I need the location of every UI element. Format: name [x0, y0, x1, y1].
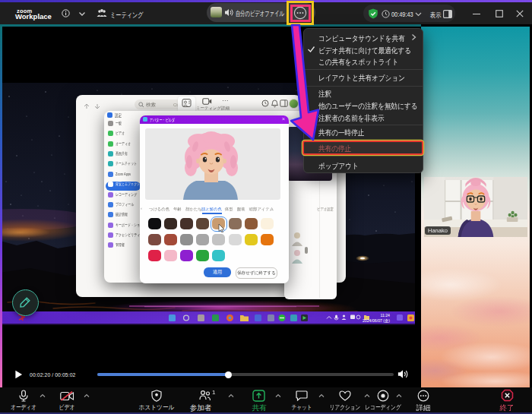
svg-text:2024/06/07 (金): 2024/06/07 (金) [363, 318, 390, 323]
svg-text:11:24: 11:24 [380, 313, 390, 318]
